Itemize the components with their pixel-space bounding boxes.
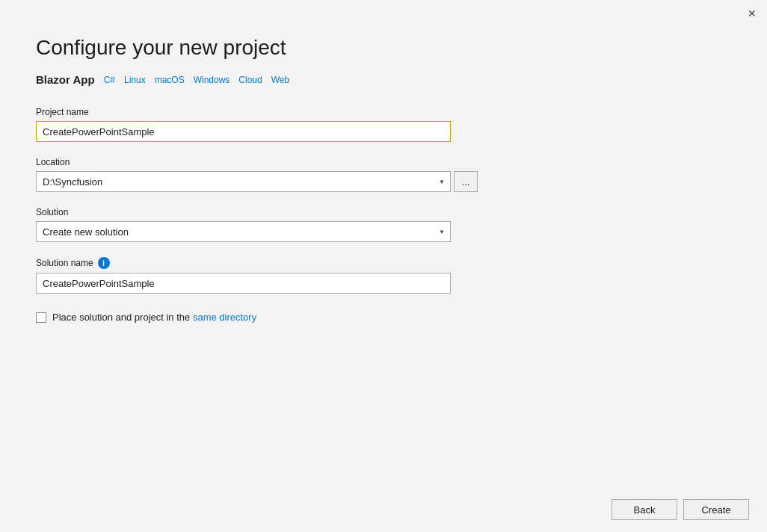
same-directory-checkbox[interactable] — [36, 312, 46, 323]
solution-group: Solution Create new solutionAdd to solut… — [36, 207, 731, 242]
location-dropdown[interactable]: D:\Syncfusion — [36, 171, 451, 192]
tag-macos[interactable]: macOS — [155, 75, 185, 85]
checkbox-label-before: Place solution and project in the — [52, 312, 190, 323]
project-name-input[interactable] — [36, 121, 451, 142]
checkbox-label: Place solution and project in the same d… — [52, 312, 256, 323]
project-type-name: Blazor App — [36, 73, 95, 86]
page-title: Configure your new project — [36, 36, 731, 60]
checkbox-label-link: same directory — [193, 312, 256, 323]
solution-name-input[interactable] — [36, 273, 451, 294]
solution-name-label: Solution name — [36, 258, 93, 268]
solution-dropdown-container: Create new solutionAdd to solution ▼ — [36, 221, 451, 242]
location-group: Location D:\Syncfusion ▼ ... — [36, 157, 731, 192]
location-label: Location — [36, 157, 731, 167]
solution-dropdown[interactable]: Create new solutionAdd to solution — [36, 221, 451, 242]
close-button[interactable]: ✕ — [745, 6, 760, 21]
solution-label: Solution — [36, 207, 731, 217]
location-row: D:\Syncfusion ▼ ... — [36, 171, 731, 192]
create-button[interactable]: Create — [683, 499, 749, 520]
info-icon: i — [98, 257, 110, 269]
project-name-label: Project name — [36, 107, 731, 117]
project-type-row: Blazor App C# Linux macOS Windows Cloud … — [36, 73, 731, 86]
checkbox-row: Place solution and project in the same d… — [36, 312, 731, 323]
title-bar: ✕ — [0, 0, 767, 21]
tag-csharp[interactable]: C# — [104, 75, 115, 85]
tag-linux[interactable]: Linux — [124, 75, 146, 85]
tag-web[interactable]: Web — [271, 75, 289, 85]
configure-project-dialog: ✕ Configure your new project Blazor App … — [0, 0, 767, 532]
project-name-group: Project name — [36, 107, 731, 142]
tag-cloud[interactable]: Cloud — [238, 75, 262, 85]
back-button[interactable]: Back — [612, 499, 677, 520]
solution-name-label-row: Solution name i — [36, 257, 731, 269]
dialog-footer: Back Create — [0, 487, 767, 532]
dialog-content: Configure your new project Blazor App C#… — [0, 21, 767, 487]
solution-name-group: Solution name i — [36, 257, 731, 294]
location-dropdown-container: D:\Syncfusion ▼ — [36, 171, 451, 192]
tag-windows[interactable]: Windows — [194, 75, 230, 85]
browse-button[interactable]: ... — [454, 171, 478, 192]
